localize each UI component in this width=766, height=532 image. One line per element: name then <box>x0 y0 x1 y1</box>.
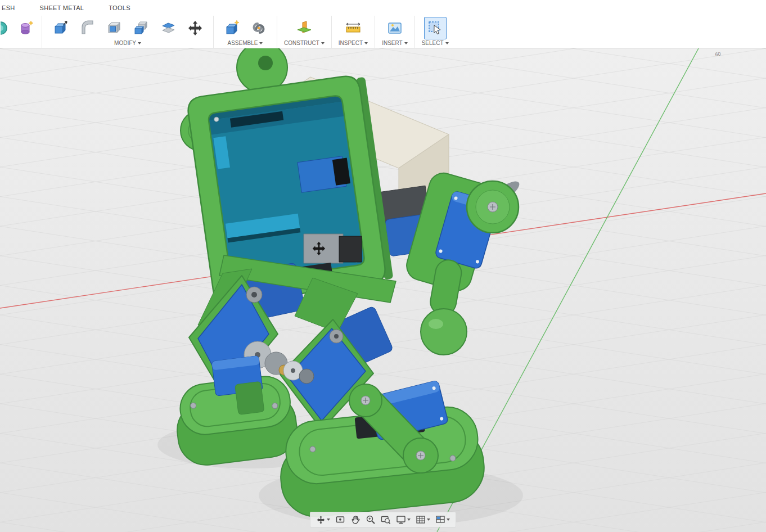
assemble-menu-label: ASSEMBLE <box>228 40 258 46</box>
joint-button[interactable] <box>247 17 270 39</box>
viewports-icon <box>435 515 445 525</box>
new-component-button[interactable] <box>220 17 243 39</box>
fit-icon <box>381 515 391 525</box>
caret-icon <box>427 519 430 521</box>
grid-settings-button[interactable] <box>414 514 431 525</box>
toolbar-group-modify: MODIFY <box>42 16 213 48</box>
caret-icon <box>364 42 368 44</box>
construct-menu[interactable]: CONSTRUCT <box>284 40 325 46</box>
caret-icon <box>321 42 325 44</box>
measure-icon <box>345 20 362 37</box>
display-settings-button[interactable] <box>395 514 412 525</box>
tab-tools[interactable]: TOOLS <box>109 4 130 11</box>
inspect-menu-label: INSPECT <box>339 40 363 46</box>
move-copy-icon <box>187 20 204 37</box>
new-component-icon <box>223 20 240 37</box>
construct-plane-button[interactable] <box>293 17 316 39</box>
insert-menu-label: INSERT <box>382 40 403 46</box>
insert-image-icon <box>386 20 403 37</box>
caret-icon <box>407 519 411 521</box>
assemble-menu[interactable]: ASSEMBLE <box>228 40 263 46</box>
orbit-button[interactable] <box>315 515 331 525</box>
select-menu[interactable]: SELECT <box>422 40 449 46</box>
press-pull-icon <box>52 20 69 37</box>
shell-button[interactable] <box>103 17 125 39</box>
partial-tool-icon <box>0 20 9 37</box>
caret-icon <box>404 42 408 44</box>
toolbar-group-create-partial <box>0 16 42 48</box>
joint-icon <box>250 20 267 37</box>
press-pull-button[interactable] <box>49 17 71 39</box>
create-form-icon <box>17 20 34 37</box>
toolbar-group-assemble: ASSEMBLE <box>213 16 277 48</box>
zoom-button[interactable] <box>364 514 377 525</box>
select-menu-label: SELECT <box>422 40 444 46</box>
combine-icon <box>133 20 150 37</box>
hand-ball[interactable] <box>421 309 467 355</box>
select-window-icon <box>427 20 444 37</box>
move-copy-button[interactable] <box>184 17 206 39</box>
shoulder-disc[interactable] <box>467 181 519 233</box>
viewport-canvas[interactable]: 60 <box>0 48 766 532</box>
view-navigation-bar <box>310 512 456 528</box>
construct-plane-icon <box>296 20 313 37</box>
usb-port[interactable] <box>298 156 351 193</box>
caret-icon <box>327 519 330 521</box>
grid-settings-icon <box>416 515 426 525</box>
create-form-button[interactable] <box>15 17 37 39</box>
modify-menu-label: MODIFY <box>114 40 136 46</box>
compass-label: 60 <box>715 51 721 57</box>
caret-icon <box>445 42 449 44</box>
toolbar-group-inspect: INSPECT <box>331 16 375 48</box>
toolbar-group-insert: INSERT <box>375 16 414 48</box>
measure-button[interactable] <box>342 17 364 39</box>
caret-icon <box>447 519 450 521</box>
toolbar-group-select: SELECT <box>414 16 456 48</box>
look-at-icon <box>335 515 345 525</box>
shell-icon <box>106 20 123 37</box>
construct-menu-label: CONSTRUCT <box>284 40 319 46</box>
fit-button[interactable] <box>380 514 392 525</box>
ribbon-toolbar: MODIFY <box>0 16 766 48</box>
display-settings-icon <box>396 515 406 525</box>
fusion-window: ESH SHEET METAL TOOLS <box>0 0 766 532</box>
toolbar-group-construct: CONSTRUCT <box>277 16 331 48</box>
zoom-icon <box>366 515 376 525</box>
insert-image-button[interactable] <box>384 17 406 39</box>
fillet-button[interactable] <box>76 17 98 39</box>
caret-icon <box>259 42 263 44</box>
gray-module[interactable] <box>304 234 362 263</box>
modify-menu[interactable]: MODIFY <box>114 40 141 46</box>
combine-button[interactable] <box>130 17 152 39</box>
caret-icon <box>138 42 141 44</box>
viewports-button[interactable] <box>434 514 451 525</box>
tab-sheet-metal[interactable]: SHEET METAL <box>40 4 84 11</box>
split-body-button[interactable] <box>157 17 179 39</box>
split-body-icon <box>160 20 177 37</box>
fillet-icon <box>79 20 96 37</box>
partial-tool-button[interactable] <box>0 17 10 39</box>
tab-mesh-partial[interactable]: ESH <box>2 4 15 11</box>
look-at-button[interactable] <box>334 514 346 525</box>
insert-menu[interactable]: INSERT <box>382 40 408 46</box>
pan-hand-icon <box>350 515 361 525</box>
toolbar-tab-bar: ESH SHEET METAL TOOLS <box>0 0 766 16</box>
inspect-menu[interactable]: INSPECT <box>339 40 368 46</box>
orbit-icon <box>316 515 326 525</box>
pan-button[interactable] <box>349 514 362 525</box>
select-button[interactable] <box>424 17 447 39</box>
